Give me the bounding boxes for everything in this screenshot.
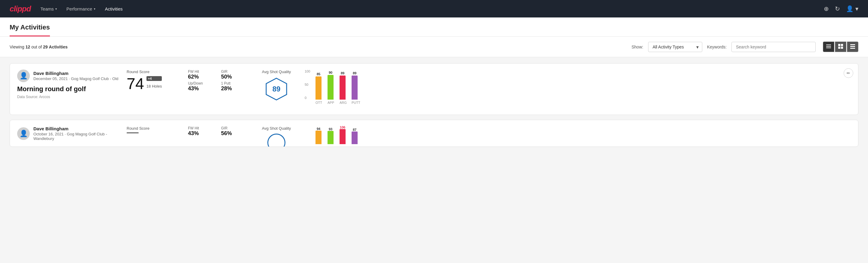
bar2-app-bar	[328, 131, 334, 144]
user-date-2: October 16, 2021 · Gog Magog Golf Club -…	[33, 132, 119, 141]
avatar-icon-2: 👤	[20, 130, 28, 138]
x-label-arg: ARG	[340, 101, 346, 105]
bars-container-1: 85 90 89 89	[315, 69, 851, 99]
chart-section-2: 94 93 106 87	[305, 126, 851, 144]
quality-circle-2	[268, 134, 285, 147]
performance-chevron-icon: ▾	[94, 7, 95, 10]
bar-arg-bar	[340, 76, 346, 99]
y-label-100: 100	[305, 69, 310, 73]
svg-rect-8	[850, 46, 855, 47]
card-left-2: 👤 Dave Billingham October 16, 2021 · Gog…	[17, 126, 119, 143]
bar-arg-value: 89	[341, 71, 344, 75]
bar-ott-value: 85	[317, 72, 320, 76]
x-labels-1: OTT APP ARG PUTT	[315, 101, 851, 105]
user-date-1: December 05, 2021 · Gog Magog Golf Club …	[33, 77, 119, 81]
stats-section-1: FW Hit 62% GIR 50% Up/Down 43% 1 Putt 28…	[188, 69, 248, 92]
toolbar: Viewing 12 out of 29 Activities Show: Al…	[0, 37, 868, 57]
card-left-1: 👤 Dave Billingham December 05, 2021 · Go…	[17, 69, 119, 99]
bar-arg: 89	[340, 71, 346, 99]
fw-hit-stat-2: FW Hit 43%	[188, 126, 215, 137]
hexagon-1: 89	[265, 77, 288, 101]
avatar-1: 👤	[17, 69, 30, 82]
avatar-icon-1: 👤	[20, 72, 28, 80]
activity-card-1: ✏ 👤 Dave Billingham December 05, 2021 · …	[10, 63, 858, 115]
bar2-ott-value: 94	[317, 127, 320, 130]
svg-rect-1	[826, 46, 831, 47]
activity-title-1: Morning round of golf	[17, 85, 119, 93]
navbar-right: ⊕ ↻ 👤 ▾	[824, 5, 858, 12]
svg-rect-7	[850, 44, 855, 45]
show-label: Show:	[631, 45, 643, 49]
keyword-input[interactable]	[732, 42, 816, 52]
fw-hit-label: FW Hit	[188, 69, 215, 74]
avg-shot-quality-label-1: Avg Shot Quality	[262, 69, 291, 74]
nav-performance[interactable]: Performance ▾	[66, 5, 95, 12]
bar2-arg: 106	[340, 125, 346, 144]
activity-card-2: 👤 Dave Billingham October 16, 2021 · Gog…	[10, 120, 858, 147]
bar2-ott: 94	[315, 127, 321, 144]
gir-value-2: 56%	[221, 130, 248, 137]
chart-section-1: 100 50 0 85 90	[305, 69, 851, 109]
svg-rect-3	[838, 44, 840, 46]
page-header: My Activities	[0, 18, 868, 37]
bar-putt-bar	[351, 76, 358, 99]
svg-rect-5	[838, 47, 840, 49]
user-info-1: Dave Billingham December 05, 2021 · Gog …	[33, 71, 119, 81]
round-score-label-2: Round Score	[127, 126, 181, 130]
bar-putt-value: 89	[353, 71, 356, 75]
bar-app: 90	[328, 71, 334, 99]
fw-hit-value-2: 43%	[188, 130, 215, 137]
bar2-arg-value: 106	[340, 125, 345, 129]
score-section-2: Round Score	[127, 126, 181, 133]
bar-putt: 89	[351, 71, 358, 99]
keywords-label: Keywords:	[707, 45, 726, 49]
score-badge-1: +4	[147, 76, 162, 81]
navbar-left: clippd Teams ▾ Performance ▾ Activities	[10, 4, 123, 13]
viewing-text: Viewing 12 out of 29 Activities	[10, 45, 627, 49]
updown-label: Up/Down	[188, 81, 215, 85]
viewing-total: 29	[43, 45, 48, 49]
svg-rect-9	[850, 48, 855, 49]
y-label-0: 0	[305, 96, 310, 99]
bar2-putt: 87	[351, 128, 358, 144]
viewing-count: 12	[26, 45, 30, 49]
gir-value: 50%	[221, 74, 248, 80]
gir-label-2: GIR	[221, 126, 248, 130]
hexagon-value-1: 89	[273, 85, 281, 93]
activity-type-select-wrapper[interactable]: All Activity Types	[648, 42, 702, 52]
user-menu-icon[interactable]: 👤 ▾	[846, 5, 858, 12]
quality-section-1: Avg Shot Quality 89	[255, 69, 298, 101]
teams-chevron-icon: ▾	[55, 7, 57, 10]
updown-value: 43%	[188, 85, 215, 92]
updown-stat: Up/Down 43%	[188, 81, 215, 92]
navbar: clippd Teams ▾ Performance ▾ Activities …	[0, 0, 868, 18]
refresh-icon[interactable]: ↻	[835, 5, 840, 12]
bar2-app-value: 93	[329, 127, 332, 131]
y-label-50: 50	[305, 83, 310, 86]
gir-label: GIR	[221, 69, 248, 74]
bar-ott: 85	[315, 72, 321, 99]
x-label-app: APP	[328, 101, 334, 105]
nav-activities[interactable]: Activities	[105, 5, 123, 12]
x-label-putt: PUTT	[351, 101, 358, 105]
fw-hit-label-2: FW Hit	[188, 126, 215, 130]
svg-rect-0	[826, 45, 831, 45]
score-number-1: 74	[127, 76, 144, 91]
one-putt-value: 28%	[221, 85, 248, 92]
logo[interactable]: clippd	[10, 4, 31, 13]
avatar-2: 👤	[17, 127, 30, 140]
x-label-ott: OTT	[315, 101, 321, 105]
nav-teams[interactable]: Teams ▾	[40, 5, 57, 12]
view-list-button[interactable]	[847, 41, 858, 52]
svg-rect-6	[841, 47, 843, 49]
svg-rect-2	[826, 48, 831, 48]
view-list-dense-button[interactable]	[823, 41, 834, 52]
user-name-1: Dave Billingham	[33, 71, 119, 76]
page-title: My Activities	[10, 24, 50, 36]
round-score-label-1: Round Score	[127, 69, 181, 74]
view-grid-button[interactable]	[835, 41, 846, 52]
bar2-arg-bar	[340, 129, 346, 144]
add-icon[interactable]: ⊕	[824, 5, 829, 12]
activity-type-select[interactable]: All Activity Types	[648, 42, 702, 52]
score-row-1: 74 +4 18 Holes	[127, 76, 181, 91]
